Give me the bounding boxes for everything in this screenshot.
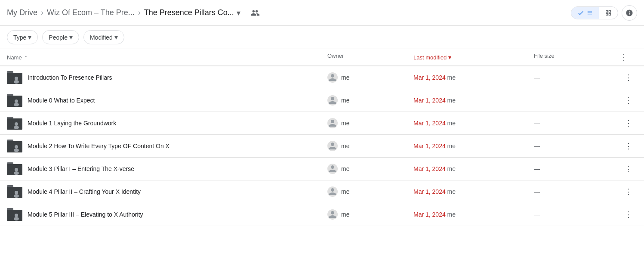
svg-point-19	[14, 149, 19, 152]
svg-point-24	[14, 171, 19, 175]
more-options-button-0[interactable]: ⋮	[622, 71, 635, 84]
cell-modified-0: Mar 1, 2024 me	[413, 74, 534, 81]
modified-by-6: me	[447, 211, 456, 218]
svg-point-29	[14, 194, 19, 198]
cell-modified-2: Mar 1, 2024 me	[413, 120, 534, 127]
table-row[interactable]: Module 1 Laying the Groundwork me Mar 1,…	[0, 112, 644, 135]
cell-name-4: Module 3 Pillar I – Entering The X-verse	[7, 162, 327, 176]
svg-point-8	[15, 99, 18, 103]
svg-point-28	[15, 191, 18, 194]
owner-label-3: me	[341, 143, 349, 149]
header-more-icon[interactable]: ⋮	[620, 53, 628, 62]
filter-bar: Type ▾ People ▾ Modified ▾	[0, 26, 644, 49]
cell-modified-5: Mar 1, 2024 me	[413, 188, 534, 195]
modified-filter-label: Modified	[90, 34, 113, 41]
type-filter-label: Type	[13, 34, 26, 41]
svg-point-23	[15, 168, 18, 171]
breadcrumb-mid[interactable]: Wiz Of Ecom – The Pre...	[47, 8, 135, 17]
cell-actions-6: ⋮	[620, 208, 637, 221]
svg-point-33	[15, 214, 18, 217]
cell-filesize-4: —	[534, 165, 620, 172]
cell-owner-1: me	[327, 95, 413, 106]
cell-actions-3: ⋮	[620, 139, 637, 153]
owner-label-6: me	[341, 211, 349, 218]
cell-owner-3: me	[327, 141, 413, 151]
cell-name-1: Module 0 What to Expect	[7, 93, 327, 107]
type-filter-arrow: ▾	[28, 33, 31, 41]
cell-actions-5: ⋮	[620, 185, 637, 199]
modified-filter[interactable]: Modified ▾	[83, 30, 124, 44]
table-row[interactable]: Introduction To Presence Pillars me Mar …	[0, 66, 644, 89]
more-options-button-1[interactable]: ⋮	[622, 93, 635, 107]
avatar-3	[327, 141, 338, 151]
cell-filesize-0: —	[534, 74, 620, 81]
cell-filesize-1: —	[534, 97, 620, 104]
info-button[interactable]	[622, 5, 637, 21]
cell-owner-6: me	[327, 209, 413, 220]
table-body: Introduction To Presence Pillars me Mar …	[0, 66, 644, 226]
col-header-modified[interactable]: Last modified ▾	[413, 53, 534, 62]
table-row[interactable]: Module 5 Pillar III – Elevating to X Aut…	[0, 203, 644, 226]
col-header-actions: ⋮	[620, 53, 637, 62]
avatar-1	[327, 95, 338, 106]
table-row[interactable]: Module 3 Pillar I – Entering The X-verse…	[0, 158, 644, 180]
svg-point-13	[15, 122, 18, 126]
more-options-button-5[interactable]: ⋮	[622, 185, 635, 199]
folder-icon-0	[7, 71, 22, 84]
more-options-button-4[interactable]: ⋮	[622, 162, 635, 176]
cell-filesize-6: —	[534, 211, 620, 218]
shared-people-button[interactable]	[247, 5, 263, 21]
folder-icon-2	[7, 116, 22, 130]
avatar-4	[327, 164, 338, 174]
table-row[interactable]: Module 0 What to Expect me Mar 1, 2024 m…	[0, 89, 644, 112]
breadcrumb-current-label: The Presence Pillars Co...	[144, 8, 234, 17]
cell-owner-5: me	[327, 186, 413, 197]
cell-owner-4: me	[327, 164, 413, 174]
col-header-owner: Owner	[327, 53, 413, 62]
folder-icon-3	[7, 139, 22, 153]
breadcrumb: My Drive › Wiz Of Ecom – The Pre... › Th…	[7, 5, 571, 21]
breadcrumb-sep-1: ›	[41, 8, 43, 17]
breadcrumb-dropdown-icon[interactable]: ▾	[237, 8, 240, 18]
more-options-button-6[interactable]: ⋮	[622, 208, 635, 221]
avatar-0	[327, 72, 338, 83]
people-filter-arrow: ▾	[69, 33, 73, 41]
modified-by-2: me	[447, 120, 456, 127]
list-view-button[interactable]	[571, 7, 599, 19]
header-actions	[571, 5, 637, 21]
modified-by-3: me	[447, 143, 456, 149]
svg-point-18	[15, 145, 18, 149]
folder-icon-4	[7, 162, 22, 176]
modified-by-0: me	[447, 74, 456, 81]
breadcrumb-current[interactable]: The Presence Pillars Co... ▾	[144, 8, 240, 18]
file-name-2: Module 1 Laying the Groundwork	[28, 120, 116, 127]
cell-name-6: Module 5 Pillar III – Elevating to X Aut…	[7, 208, 327, 221]
modified-filter-arrow: ▾	[114, 33, 118, 41]
col-header-filesize: File size	[534, 53, 620, 62]
people-filter[interactable]: People ▾	[42, 30, 79, 44]
table-row[interactable]: Module 2 How To Write Every Type OF Cont…	[0, 135, 644, 158]
col-header-name[interactable]: Name ↑	[7, 53, 327, 62]
table-row[interactable]: Module 4 Pillar II – Crafting Your X Ide…	[0, 180, 644, 203]
cell-modified-3: Mar 1, 2024 me	[413, 143, 534, 149]
modified-by-5: me	[447, 188, 456, 195]
folder-icon-1	[7, 93, 22, 107]
header: My Drive › Wiz Of Ecom – The Pre... › Th…	[0, 0, 644, 26]
type-filter[interactable]: Type ▾	[7, 30, 38, 44]
view-toggle	[571, 6, 618, 19]
svg-point-9	[14, 103, 19, 106]
breadcrumb-root[interactable]: My Drive	[7, 8, 37, 17]
name-sort-icon[interactable]: ↑	[25, 54, 28, 61]
cell-actions-1: ⋮	[620, 93, 637, 107]
grid-view-button[interactable]	[599, 7, 618, 19]
svg-point-3	[15, 77, 18, 80]
table-header: Name ↑ Owner Last modified ▾ File size ⋮	[0, 49, 644, 66]
more-options-button-3[interactable]: ⋮	[622, 139, 635, 153]
more-options-button-2[interactable]: ⋮	[622, 116, 635, 130]
cell-name-2: Module 1 Laying the Groundwork	[7, 116, 327, 130]
modified-sort-icon: ▾	[448, 54, 451, 61]
cell-owner-0: me	[327, 72, 413, 83]
modified-by-1: me	[447, 97, 456, 104]
cell-modified-6: Mar 1, 2024 me	[413, 211, 534, 218]
owner-label-0: me	[341, 74, 349, 81]
